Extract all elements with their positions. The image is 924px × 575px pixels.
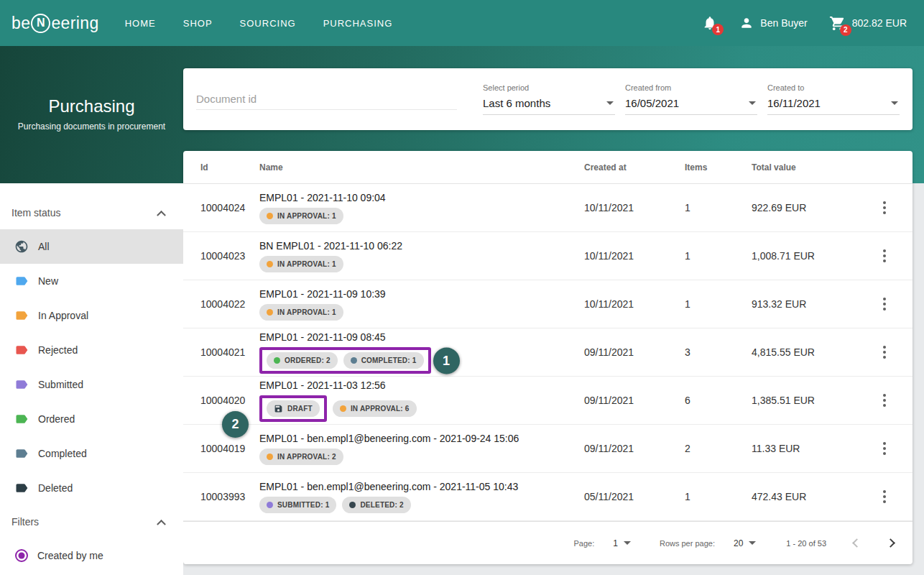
sidebar-item-ordered[interactable]: Ordered xyxy=(0,402,183,436)
cart-button[interactable]: 2 802.82 EUR xyxy=(829,15,907,32)
table-row[interactable]: 10004021 EMPL01 - 2021-11-09 08:45 ORDER… xyxy=(183,328,913,377)
created-by-me-toggle[interactable]: Created by me xyxy=(0,538,183,573)
table-row[interactable]: 10004019 EMPL01 - ben.empl1@beneering.co… xyxy=(183,425,913,473)
badge-row: IN APPROVAL: 1 xyxy=(259,208,584,224)
user-menu[interactable]: Ben Buyer xyxy=(739,16,807,30)
caret-down-icon xyxy=(749,101,756,105)
rows-per-page-value: 20 xyxy=(734,538,743,548)
status-tag-icon xyxy=(14,412,29,426)
row-name-cell: EMPL01 - 2021-11-03 12:56 DRAFT2IN APPRO… xyxy=(259,379,584,422)
row-total: 472.43 EUR xyxy=(752,491,856,502)
caret-down-icon xyxy=(749,541,756,545)
kebab-menu-icon[interactable] xyxy=(877,486,892,507)
row-name: EMPL01 - ben.empl1@beneering.com - 2021-… xyxy=(259,432,584,445)
sidebar-item-all[interactable]: All xyxy=(0,229,183,264)
badge-row: DRAFT2IN APPROVAL: 6 xyxy=(259,395,584,422)
row-total: 922.69 EUR xyxy=(752,202,856,213)
table-row[interactable]: 10004024 EMPL01 - 2021-11-10 09:04 IN AP… xyxy=(183,184,913,232)
col-created-at: Created at xyxy=(584,162,685,172)
globe-icon xyxy=(14,239,29,254)
row-name-cell: EMPL01 - 2021-11-09 08:45 ORDERED: 2COMP… xyxy=(259,331,584,374)
row-id: 10004019 xyxy=(183,443,259,454)
rows-per-page-select[interactable]: 20 xyxy=(734,538,756,548)
sidebar-item-completed[interactable]: Completed xyxy=(0,436,183,471)
kebab-menu-icon[interactable] xyxy=(877,293,892,315)
documents-table: Id Name Created at Items Total value 100… xyxy=(183,151,913,564)
status-label: Ordered xyxy=(38,413,75,425)
item-status-header[interactable]: Item status xyxy=(0,196,183,229)
created-from-label: Created from xyxy=(625,83,757,92)
status-list: All New In Approval Rejected Submitted O… xyxy=(0,229,183,505)
row-id: 10004021 xyxy=(183,346,259,358)
status-tag-icon xyxy=(14,377,29,392)
nav-home[interactable]: HOME xyxy=(125,18,156,29)
status-label: Rejected xyxy=(38,344,78,356)
period-select[interactable]: Select period Last 6 months xyxy=(483,83,615,115)
badge-row: IN APPROVAL: 1 xyxy=(259,256,584,272)
table-row[interactable]: 10004023 BN EMPL01 - 2021-11-10 06:22 IN… xyxy=(183,232,913,280)
row-id: 10004022 xyxy=(183,298,259,310)
created-by-me-label: Created by me xyxy=(37,550,103,561)
period-label: Select period xyxy=(483,83,615,92)
row-items: 6 xyxy=(685,395,752,406)
row-name: EMPL01 - 2021-11-09 08:45 xyxy=(259,331,584,344)
status-label: New xyxy=(38,275,58,287)
row-created-at: 10/11/2021 xyxy=(584,202,685,213)
caret-down-icon xyxy=(891,101,898,105)
badge-row: IN APPROVAL: 2 xyxy=(259,448,584,465)
table-row[interactable]: 10004022 EMPL01 - 2021-11-09 10:39 IN AP… xyxy=(183,280,913,328)
status-label: Deleted xyxy=(38,482,73,494)
created-from-select[interactable]: Created from 16/05/2021 xyxy=(625,83,757,115)
status-label: Submitted xyxy=(38,379,83,390)
next-page-button[interactable] xyxy=(887,540,894,546)
kebab-menu-icon[interactable] xyxy=(877,341,892,363)
page-select[interactable]: 1 xyxy=(613,538,631,548)
table-row[interactable]: 10004020 EMPL01 - 2021-11-03 12:56 DRAFT… xyxy=(183,377,913,425)
cart-badge: 2 xyxy=(840,24,851,36)
logo[interactable]: be N eering xyxy=(11,14,99,33)
kebab-menu-icon[interactable] xyxy=(877,245,892,267)
nav-purchasing[interactable]: PURCHASING xyxy=(323,18,393,29)
row-created-at: 09/11/2021 xyxy=(584,443,685,454)
badge-row: ORDERED: 2COMPLETED: 11 xyxy=(259,347,584,374)
filter-bar: Select period Last 6 months Created from… xyxy=(183,68,913,130)
table-footer: Page: 1 Rows per page: 20 1 - 20 of 53 xyxy=(183,521,913,564)
notifications-button[interactable]: 1 xyxy=(702,15,718,31)
sidebar: Item status All New In Approval Rejected… xyxy=(0,183,183,575)
nav-shop[interactable]: SHOP xyxy=(183,18,213,29)
status-dot xyxy=(267,261,273,267)
row-name-cell: EMPL01 - 2021-11-10 09:04 IN APPROVAL: 1 xyxy=(259,191,584,224)
filters-header-label: Filters xyxy=(11,516,39,528)
item-status-header-label: Item status xyxy=(11,207,60,218)
status-chip: DELETED: 2 xyxy=(342,497,410,513)
prev-page-button[interactable] xyxy=(854,540,860,546)
filters-header[interactable]: Filters xyxy=(0,505,183,538)
document-id-input[interactable] xyxy=(196,88,457,110)
status-label: All xyxy=(38,241,50,252)
sidebar-item-deleted[interactable]: Deleted xyxy=(0,471,183,505)
sidebar-item-in-approval[interactable]: In Approval xyxy=(0,298,183,333)
person-icon xyxy=(739,16,754,30)
nav-sourcing[interactable]: SOURCING xyxy=(240,18,296,29)
sidebar-item-new[interactable]: New xyxy=(0,264,183,298)
kebab-menu-icon[interactable] xyxy=(877,390,892,411)
topbar-right: 1 Ben Buyer 2 802.82 EUR xyxy=(702,15,907,32)
status-chip: DRAFT xyxy=(267,400,320,417)
status-tag-icon xyxy=(14,343,29,357)
sidebar-item-rejected[interactable]: Rejected xyxy=(0,333,183,367)
sidebar-item-submitted[interactable]: Submitted xyxy=(0,367,183,402)
row-name-cell: EMPL01 - ben.empl1@beneering.com - 2021-… xyxy=(259,480,584,513)
chevron-up-icon xyxy=(157,210,166,219)
kebab-menu-icon[interactable] xyxy=(877,438,892,459)
caret-down-icon xyxy=(624,541,631,545)
row-items: 1 xyxy=(685,298,752,310)
created-to-select[interactable]: Created to 16/11/2021 xyxy=(767,83,900,115)
logo-text-prefix: be xyxy=(11,14,30,33)
table-row[interactable]: 10003993 EMPL01 - ben.empl1@beneering.co… xyxy=(183,473,913,521)
badge-row: IN APPROVAL: 1 xyxy=(259,304,584,321)
cart-total: 802.82 EUR xyxy=(852,17,907,29)
col-total-value: Total value xyxy=(752,162,856,172)
col-id: Id xyxy=(183,162,259,172)
row-name-cell: EMPL01 - 2021-11-09 10:39 IN APPROVAL: 1 xyxy=(259,288,584,321)
kebab-menu-icon[interactable] xyxy=(877,197,892,218)
